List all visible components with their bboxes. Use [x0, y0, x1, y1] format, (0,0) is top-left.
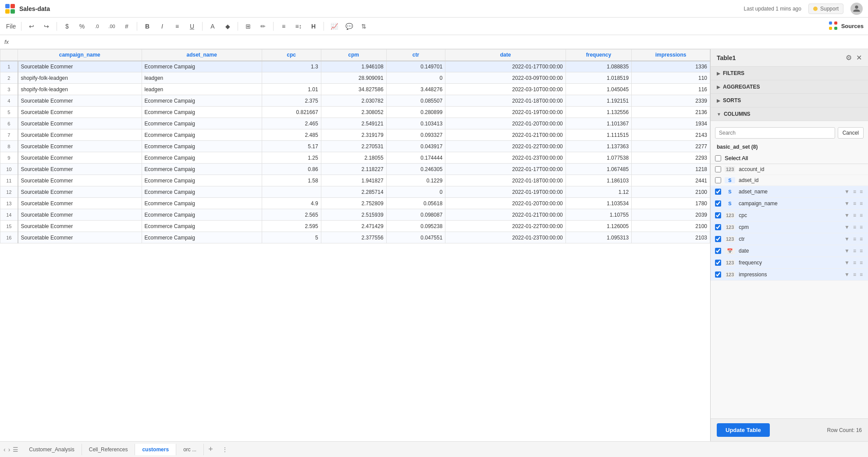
table-cell[interactable]: 0.103413 — [386, 118, 445, 129]
header-button[interactable]: H — [307, 20, 320, 32]
table-cell[interactable]: 1.126005 — [566, 221, 631, 232]
bold-button[interactable]: B — [141, 20, 154, 32]
table-cell[interactable]: Ecommerce Campaig — [142, 209, 262, 221]
col-action-0-ctr[interactable]: ▼ — [843, 236, 850, 243]
tab-cell-references[interactable]: Cell_References — [82, 444, 135, 455]
table-cell[interactable]: Sourcetable Ecommer — [18, 107, 142, 118]
table-cell[interactable]: 2.285714 — [321, 186, 386, 198]
gear-icon[interactable]: ⚙ — [846, 54, 852, 62]
table-cell[interactable]: 2022-01-17T00:00:00 — [445, 61, 566, 72]
table-cell[interactable]: 0.149701 — [386, 61, 445, 72]
table-cell[interactable]: 2022-03-10T00:00:00 — [445, 84, 566, 95]
table-cell[interactable]: 1.3 — [262, 61, 321, 72]
col-checkbox-adset_id[interactable] — [715, 177, 721, 183]
table-row[interactable]: 7Sourcetable EcommerEcommerce Campaig2.4… — [0, 129, 710, 141]
table-cell[interactable]: 0.280899 — [386, 107, 445, 118]
table-cell[interactable]: 1.137363 — [566, 141, 631, 152]
prev-sheet-icon[interactable]: ‹ — [4, 446, 6, 453]
table-cell[interactable]: 1.10755 — [566, 209, 631, 221]
tab-orc[interactable]: orc ... — [176, 444, 204, 455]
column-item-adset_name[interactable]: Sadset_name▼≡≡ — [711, 186, 868, 198]
col-header-campaign_name[interactable]: campaign_name — [18, 50, 142, 61]
sorts-section-header[interactable]: ▶ SORTS — [711, 94, 868, 107]
col-header-ctr[interactable]: ctr — [386, 50, 445, 61]
table-cell[interactable]: 2022-01-18T00:00:00 — [445, 175, 566, 186]
col-action-0-cpm[interactable]: ▼ — [843, 224, 850, 231]
table-cell[interactable]: 1.25 — [262, 152, 321, 164]
col-action-0-campaign_name[interactable]: ▼ — [843, 200, 850, 207]
table-cell[interactable]: 1.067485 — [566, 164, 631, 175]
column-item-impressions[interactable]: 123impressions▼≡≡ — [711, 269, 868, 281]
table-cell[interactable]: 1.186103 — [566, 175, 631, 186]
support-button[interactable]: Support — [808, 4, 843, 14]
table-row[interactable]: 5Sourcetable EcommerEcommerce Campaig0.8… — [0, 107, 710, 118]
align-button[interactable]: ≡ — [171, 20, 184, 32]
table-row[interactable]: 13Sourcetable EcommerEcommerce Campaig4.… — [0, 198, 710, 209]
comment-button[interactable]: 💬 — [342, 20, 356, 32]
col-action-1-frequency[interactable]: ≡ — [852, 259, 857, 266]
table-cell[interactable]: Sourcetable Ecommer — [18, 209, 142, 221]
table-cell[interactable]: Ecommerce Campaig — [142, 152, 262, 164]
table-cell[interactable]: 34.827586 — [321, 84, 386, 95]
table-cell[interactable]: Sourcetable Ecommer — [18, 61, 142, 72]
col-header-cpm[interactable]: cpm — [321, 50, 386, 61]
currency-button[interactable]: $ — [60, 20, 74, 32]
table-row[interactable]: 2shopify-folk-leadgenleadgen28.909091020… — [0, 72, 710, 84]
table-cell[interactable]: 2.308052 — [321, 107, 386, 118]
table-cell[interactable]: 2022-01-17T00:00:00 — [445, 164, 566, 175]
column-item-account_id[interactable]: 123account_id — [711, 164, 868, 175]
table-cell[interactable]: 1780 — [632, 198, 710, 209]
table-cell[interactable]: 2.515939 — [321, 209, 386, 221]
table-cell[interactable]: 2022-01-22T00:00:00 — [445, 221, 566, 232]
percent-button[interactable]: % — [75, 20, 89, 32]
table-cell[interactable]: 1.58 — [262, 175, 321, 186]
col-action-0-date[interactable]: ▼ — [843, 247, 850, 254]
col-action-1-adset_name[interactable]: ≡ — [852, 188, 857, 195]
table-cell[interactable]: 2100 — [632, 221, 710, 232]
table-row[interactable]: 9Sourcetable EcommerEcommerce Campaig1.2… — [0, 152, 710, 164]
select-all-row[interactable]: Select All — [711, 153, 868, 164]
table-cell[interactable]: 1.101367 — [566, 118, 631, 129]
table-cell[interactable]: 0.098087 — [386, 209, 445, 221]
table-cell[interactable]: 1.192151 — [566, 95, 631, 107]
draw-button[interactable]: ✏ — [256, 20, 270, 32]
table-cell[interactable]: Ecommerce Campaig — [142, 232, 262, 243]
table-cell[interactable]: 1.132556 — [566, 107, 631, 118]
table-cell[interactable]: Sourcetable Ecommer — [18, 175, 142, 186]
border-button[interactable]: ⊞ — [242, 20, 255, 32]
column-item-adset_id[interactable]: Sadset_id — [711, 175, 868, 186]
add-sheet-button[interactable]: + — [204, 442, 217, 457]
col-header-cpc[interactable]: cpc — [262, 50, 321, 61]
col-checkbox-ctr[interactable] — [715, 236, 721, 242]
table-cell[interactable]: 2.270531 — [321, 141, 386, 152]
table-cell[interactable]: 2.471429 — [321, 221, 386, 232]
col-checkbox-account_id[interactable] — [715, 166, 721, 172]
table-cell[interactable]: Sourcetable Ecommer — [18, 118, 142, 129]
table-cell[interactable]: 2.18055 — [321, 152, 386, 164]
column-item-date[interactable]: 📅date▼≡≡ — [711, 245, 868, 257]
decimal-dec-button[interactable]: .0 — [90, 20, 103, 32]
table-cell[interactable]: 1.095313 — [566, 232, 631, 243]
table-cell[interactable]: 3.448276 — [386, 84, 445, 95]
table-cell[interactable]: 1336 — [632, 61, 710, 72]
col-action-0-cpc[interactable]: ▼ — [843, 212, 850, 219]
tab-customer-analysis[interactable]: Customer_Analysis — [22, 444, 82, 455]
next-sheet-icon[interactable]: › — [8, 446, 11, 453]
col-action-1-cpm[interactable]: ≡ — [852, 224, 857, 231]
table-cell[interactable]: 2143 — [632, 129, 710, 141]
italic-button[interactable]: I — [156, 20, 169, 32]
table-cell[interactable]: shopify-folk-leadgen — [18, 72, 142, 84]
table-cell[interactable]: Ecommerce Campaig — [142, 198, 262, 209]
table-row[interactable]: 4Sourcetable EcommerEcommerce Campaig2.3… — [0, 95, 710, 107]
table-cell[interactable]: 2022-03-09T00:00:00 — [445, 72, 566, 84]
table-cell[interactable]: 2022-01-21T00:00:00 — [445, 129, 566, 141]
col-header-adset_name[interactable]: adset_name — [142, 50, 262, 61]
table-row[interactable]: 10Sourcetable EcommerEcommerce Campaig0.… — [0, 164, 710, 175]
underline-button[interactable]: U — [185, 20, 199, 32]
filters-section-header[interactable]: ▶ FILTERS — [711, 67, 868, 80]
table-cell[interactable]: 2022-01-18T00:00:00 — [445, 95, 566, 107]
select-all-checkbox[interactable] — [715, 155, 721, 161]
table-cell[interactable]: 0 — [386, 186, 445, 198]
table-cell[interactable]: 2022-01-19T00:00:00 — [445, 186, 566, 198]
col-action-2-cpc[interactable]: ≡ — [859, 212, 864, 219]
